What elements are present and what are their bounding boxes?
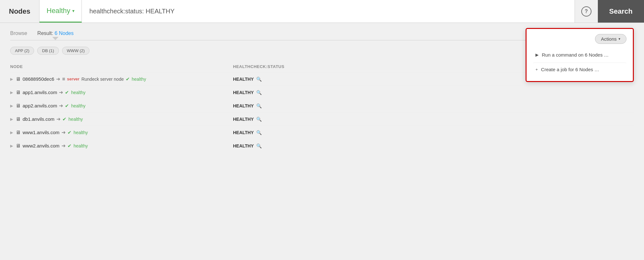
actions-dropdown-area: Actions ▾ ▶ Run a command on 6 Nodes … +…	[526, 28, 634, 82]
help-button[interactable]: ?	[575, 0, 598, 23]
healthy-text: healthy	[74, 143, 88, 148]
col-node-header: NODE	[10, 64, 233, 69]
server-icon: 🖥	[16, 116, 21, 122]
status-text: HEALTHY	[233, 143, 254, 148]
arrow-right-icon: ➜	[59, 89, 63, 95]
server-icon: 🖥	[16, 130, 21, 135]
tag-filter-pill[interactable]: DB (1)	[37, 47, 59, 55]
action-item-icon: +	[535, 67, 538, 72]
actions-button[interactable]: Actions ▾	[595, 34, 626, 44]
result-count: 6 Nodes	[55, 31, 74, 36]
table-row: ▶ 🖥 db1.anvils.com ➜ ✔ healthy HEALTHY 🔍	[10, 112, 634, 126]
status-text: HEALTHY	[233, 117, 254, 122]
check-icon: ✔	[67, 143, 72, 149]
action-item[interactable]: ▶ Run a command on 6 Nodes …	[533, 48, 626, 61]
action-item[interactable]: + Create a job for 6 Nodes …	[533, 63, 626, 76]
action-items-container: ▶ Run a command on 6 Nodes … + Create a …	[533, 48, 626, 76]
status-search-icon[interactable]: 🔍	[256, 117, 262, 122]
status-value: HEALTHY 🔍	[233, 117, 634, 122]
search-button[interactable]: Search	[598, 0, 644, 23]
check-icon: ✔	[65, 90, 69, 95]
status-value: HEALTHY 🔍	[233, 130, 634, 135]
expand-arrow-icon[interactable]: ▶	[10, 130, 13, 135]
query-display: healthcheck:status: HEALTHY	[82, 0, 575, 23]
healthy-text: healthy	[132, 77, 146, 82]
tag-filter-pill[interactable]: WWW (2)	[62, 47, 89, 55]
expand-arrow-icon[interactable]: ▶	[10, 117, 13, 121]
node-name: db1.anvils.com	[23, 116, 54, 122]
node-name: www1.anvils.com	[23, 130, 60, 135]
tab-result[interactable]: Result: 6 Nodes	[37, 31, 74, 38]
server-icon: 🖥	[16, 143, 21, 149]
status-value: HEALTHY 🔍	[233, 143, 634, 148]
table-row: ▶ 🖥 app2.anvils.com ➜ ✔ healthy HEALTHY …	[10, 99, 634, 112]
check-icon: ✔	[67, 130, 72, 135]
expand-arrow-icon[interactable]: ▶	[10, 104, 13, 108]
healthy-text: healthy	[71, 90, 85, 95]
status-text: HEALTHY	[233, 77, 254, 82]
node-info: ▶ 🖥 db1.anvils.com ➜ ✔ healthy	[10, 116, 233, 122]
node-name: app1.anvils.com	[23, 90, 57, 95]
result-label: Result:	[37, 31, 53, 36]
tab-browse[interactable]: Browse	[10, 31, 27, 38]
query-text: healthcheck:status: HEALTHY	[89, 8, 175, 15]
expand-arrow-icon[interactable]: ▶	[10, 90, 13, 95]
table-row: ▶ 🖥 www1.anvils.com ➜ ✔ healthy HEALTHY …	[10, 126, 634, 139]
arrow-right-icon: ➜	[61, 143, 66, 149]
check-icon: ✔	[62, 116, 67, 122]
node-info: ▶ 🖥 app1.anvils.com ➜ ✔ healthy	[10, 89, 233, 95]
actions-button-label: Actions	[601, 36, 617, 42]
node-info: ▶ 🖥 app2.anvils.com ➜ ✔ healthy	[10, 103, 233, 109]
filter-dropdown[interactable]: Healthy ▾	[39, 0, 82, 23]
status-search-icon[interactable]: 🔍	[256, 143, 262, 148]
action-item-label: Create a job for 6 Nodes …	[541, 67, 599, 72]
expand-arrow-icon[interactable]: ▶	[10, 144, 13, 148]
node-name: app2.anvils.com	[23, 103, 57, 108]
check-icon: ✔	[126, 76, 130, 82]
healthy-text: healthy	[68, 117, 83, 122]
table-row: ▶ 🖥 www2.anvils.com ➜ ✔ healthy HEALTHY …	[10, 139, 634, 152]
status-search-icon[interactable]: 🔍	[256, 103, 262, 108]
actions-btn-row: Actions ▾	[533, 34, 626, 44]
healthy-text: healthy	[74, 130, 88, 135]
status-search-icon[interactable]: 🔍	[256, 90, 262, 95]
status-text: HEALTHY	[233, 130, 254, 135]
server-tag-icon: ≡	[62, 76, 65, 82]
server-tag-link[interactable]: server	[67, 77, 80, 81]
tag-filter-pill[interactable]: APP (2)	[10, 47, 34, 55]
arrow-right-icon: ➜	[56, 76, 60, 82]
node-name: 08688950dec6	[23, 76, 54, 82]
main-content: Browse Result: 6 Nodes APP (2)DB (1)WWW …	[0, 23, 644, 160]
status-value: HEALTHY 🔍	[233, 103, 634, 108]
node-info: ▶ 🖥 08688950dec6 ➜ ≡ server Rundeck serv…	[10, 76, 233, 82]
filter-caret-icon: ▾	[72, 8, 74, 13]
server-icon: 🖥	[16, 103, 21, 109]
action-item-icon: ▶	[535, 52, 539, 57]
status-text: HEALTHY	[233, 90, 254, 95]
arrow-right-icon: ➜	[59, 103, 63, 109]
help-icon: ?	[581, 6, 591, 17]
server-icon: 🖥	[16, 76, 21, 82]
node-info: ▶ 🖥 www1.anvils.com ➜ ✔ healthy	[10, 129, 233, 135]
status-search-icon[interactable]: 🔍	[256, 77, 262, 82]
expand-arrow-icon[interactable]: ▶	[10, 77, 13, 81]
node-description: Rundeck server node	[81, 77, 124, 82]
check-icon: ✔	[65, 103, 69, 109]
table-row: ▶ 🖥 app1.anvils.com ➜ ✔ healthy HEALTHY …	[10, 86, 634, 99]
arrow-right-icon: ➜	[61, 129, 66, 135]
healthy-text: healthy	[71, 103, 85, 108]
node-rows-container: ▶ 🖥 08688950dec6 ➜ ≡ server Rundeck serv…	[10, 72, 634, 152]
status-value: HEALTHY 🔍	[233, 90, 634, 95]
server-icon: 🖥	[16, 90, 21, 95]
status-search-icon[interactable]: 🔍	[256, 130, 262, 135]
nodes-tab[interactable]: Nodes	[0, 0, 39, 23]
nodes-label: Nodes	[9, 7, 30, 16]
arrow-right-icon: ➜	[56, 116, 60, 122]
node-info: ▶ 🖥 www2.anvils.com ➜ ✔ healthy	[10, 143, 233, 149]
actions-caret-icon: ▾	[619, 37, 620, 41]
status-text: HEALTHY	[233, 103, 254, 108]
node-name: www2.anvils.com	[23, 143, 60, 148]
search-label: Search	[609, 7, 633, 16]
filter-label: Healthy	[46, 7, 70, 15]
action-item-label: Run a command on 6 Nodes …	[542, 52, 609, 58]
